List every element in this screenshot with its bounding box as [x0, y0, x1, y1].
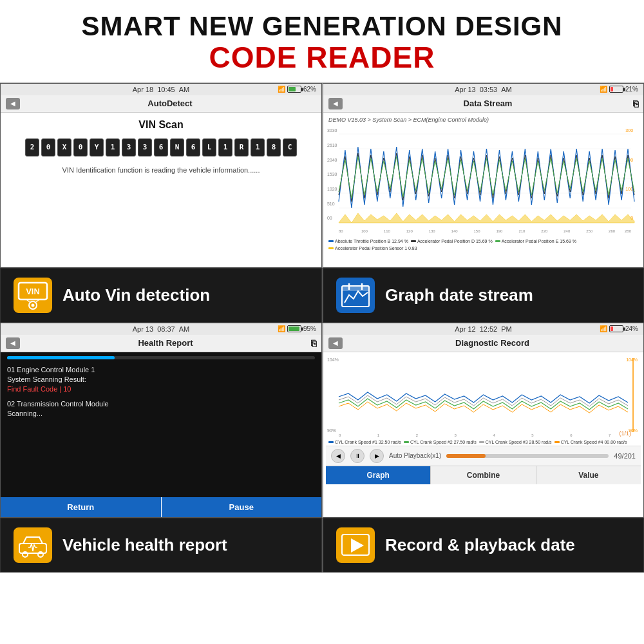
ds-status-icons: 📶 21% — [600, 86, 638, 93]
vin-back-button[interactable]: ◀ — [6, 98, 20, 109]
feature-graph-label: Graph date stream — [385, 285, 533, 305]
vin-section-title: VIN Scan — [10, 119, 312, 131]
svg-text:5: 5 — [531, 433, 534, 437]
vin-status-time: 10:45 — [157, 86, 175, 93]
diag-prev-button[interactable]: ◀ — [331, 449, 345, 463]
feature-record-panel: Record & playback date — [322, 518, 644, 573]
datastream-panel: Apr 13 03:53 AM 📶 21% ◀ Data Stream ⎘ DE… — [322, 83, 644, 268]
ds-legend-item: Absolute Throttle Position B 12.94 % — [328, 239, 408, 243]
vin-char: 1 — [218, 138, 232, 156]
hr-back-button[interactable]: ◀ — [6, 337, 20, 349]
feature-graph-panel: Graph date stream — [322, 268, 644, 323]
svg-text:2610: 2610 — [327, 143, 337, 147]
diag-tab-bar: GraphCombineValue — [326, 466, 641, 484]
main-grid: Apr 18 10:45 AM 📶 62% ◀ AutoDetect VIN S… — [0, 82, 644, 573]
hr-battery-pct: 95% — [303, 325, 316, 332]
vin-char: 8 — [267, 138, 281, 156]
battery-pct: 62% — [303, 86, 316, 93]
vin-char: 1 — [251, 138, 265, 156]
diag-next-button[interactable]: ▶ — [370, 449, 384, 463]
hr-return-button[interactable]: Return — [1, 497, 162, 517]
hr-status-icons: 📶 95% — [278, 325, 316, 332]
diag-progress-bar — [446, 454, 609, 458]
diag-content: 104% 90% 104% 90% 0 — [323, 352, 643, 487]
ds-path: DEMO V15.03 > System Scan > ECM(Engine C… — [326, 115, 641, 124]
dr-status-ampm: PM — [501, 325, 512, 333]
ds-title-bar: ◀ Data Stream ⎘ — [323, 95, 643, 113]
header-title-line1: SMART NEW GENERATION DESIGN — [6, 12, 638, 41]
ds-export-button[interactable]: ⎘ — [633, 99, 638, 109]
svg-text:110: 110 — [384, 229, 391, 233]
ds-status-time: 03:53 — [480, 86, 498, 93]
hr-status-time: 08:37 — [157, 325, 175, 333]
auto-playback-label: Auto Playback(x1) — [389, 452, 441, 459]
health-icon-box — [14, 527, 52, 563]
feature-record-label: Record & playback date — [385, 535, 575, 555]
vin-char: 3 — [138, 138, 152, 156]
svg-text:220: 220 — [541, 229, 548, 233]
svg-text:100: 100 — [625, 187, 633, 191]
diag-tab-value[interactable]: Value — [536, 466, 641, 484]
diag-page-label: 49/201 — [614, 452, 636, 460]
diag-panel: Apr 12 12:52 PM 📶 24% ◀ Diagnostic Recor… — [322, 323, 644, 518]
ds-wifi-icon: 📶 — [600, 86, 607, 93]
vin-char: 0 — [41, 138, 55, 156]
vin-char: N — [170, 138, 184, 156]
dr-status-date: Apr 12 — [455, 325, 475, 333]
svg-text:00: 00 — [327, 216, 332, 220]
health-content-wrapper: 01 Engine Control Module 1 System Scanni… — [1, 352, 321, 517]
svg-text:90%: 90% — [327, 428, 336, 433]
svg-text:1530: 1530 — [327, 172, 337, 176]
ds-legend: Absolute Throttle Position B 12.94 %Acce… — [326, 237, 641, 252]
svg-marker-61 — [351, 538, 364, 553]
ds-battery-icon — [609, 86, 623, 93]
hr-battery-icon — [287, 325, 301, 332]
svg-text:2: 2 — [416, 433, 419, 437]
svg-marker-18 — [339, 213, 634, 223]
graph-icon-box — [336, 278, 375, 313]
dr-wifi-icon: 📶 — [600, 325, 607, 332]
vin-char: C — [283, 138, 297, 156]
ds-title: Data Stream — [346, 99, 629, 108]
hr-export-button[interactable]: ⎘ — [311, 338, 316, 348]
diag-tab-combine[interactable]: Combine — [431, 466, 536, 484]
dr-back-button[interactable]: ◀ — [328, 337, 343, 349]
vin-scan-panel: Apr 18 10:45 AM 📶 62% ◀ AutoDetect VIN S… — [0, 83, 322, 268]
diag-chart: 104% 90% 104% 90% 0 — [326, 355, 641, 439]
graph-icon — [339, 281, 372, 310]
hr-pause-button[interactable]: Pause — [162, 497, 322, 517]
ds-back-button[interactable]: ◀ — [328, 98, 343, 109]
svg-text:4: 4 — [493, 433, 495, 437]
hr-fault: Find Fault Code | 10 — [7, 385, 315, 393]
health-icon — [17, 531, 49, 560]
vin-status-date: Apr 18 — [133, 86, 153, 93]
vin-char: 3 — [122, 138, 136, 156]
svg-text:260: 260 — [609, 229, 616, 233]
diag-tab-graph[interactable]: Graph — [326, 466, 431, 484]
svg-text:130: 130 — [429, 229, 436, 233]
diag-progress-fill — [446, 454, 486, 458]
ds-battery-pct: 21% — [625, 86, 638, 93]
health-progress-fill — [7, 356, 115, 359]
hr-status-date: Apr 13 — [133, 325, 153, 333]
vin-char: 6 — [186, 138, 200, 156]
svg-text:150: 150 — [474, 229, 481, 233]
health-progress-bar — [7, 356, 315, 359]
svg-text:3: 3 — [455, 433, 457, 437]
dr-legend-item: CYL Crank Speed #2 27.50 rad/s — [404, 440, 477, 444]
hr-module2: 02 Transmission Control Module — [7, 400, 315, 408]
vin-description: VIN Identification function is reading t… — [10, 166, 312, 174]
svg-text:6: 6 — [570, 433, 573, 437]
diag-pause-button[interactable]: ⏸ — [350, 449, 365, 463]
diag-controls: ◀ ⏸ ▶ Auto Playback(x1) 49/201 — [326, 446, 641, 466]
svg-text:510: 510 — [327, 202, 335, 206]
vin-char: Y — [90, 138, 104, 156]
wifi-icon: 📶 — [278, 86, 285, 93]
battery-fill — [289, 87, 296, 91]
svg-text:104%: 104% — [626, 357, 638, 362]
vin-status-icons: 📶 62% — [278, 86, 316, 93]
health-bottom-buttons: Return Pause — [1, 497, 321, 517]
svg-text:300: 300 — [625, 128, 633, 133]
hr-wifi-icon: 📶 — [278, 325, 285, 332]
dr-status-bar: Apr 12 12:52 PM 📶 24% — [323, 323, 643, 335]
